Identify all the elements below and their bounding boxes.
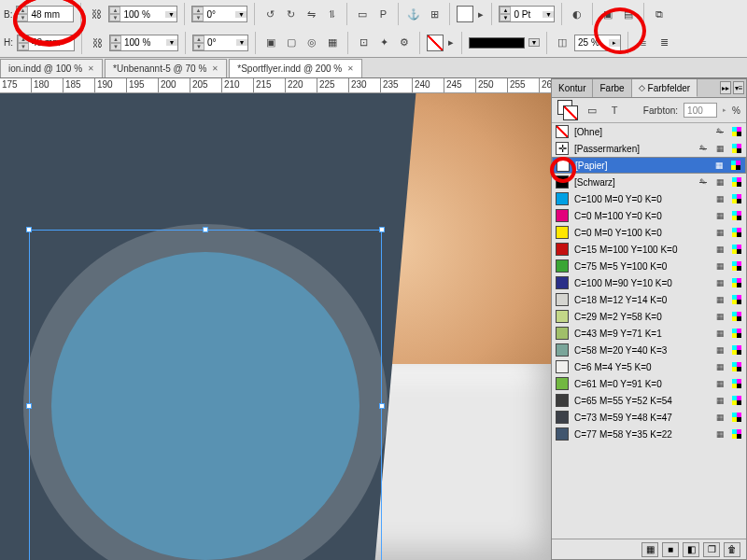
svg-rect-56 [732, 362, 737, 367]
doc-tab[interactable]: ion.indd @ 100 %✕ [0, 59, 103, 77]
swatch-row[interactable]: C=18 M=12 Y=14 K=0▦ [552, 291, 746, 308]
new-swatch-icon[interactable]: ❐ [703, 542, 720, 557]
fill-well[interactable] [457, 6, 473, 22]
height-input[interactable] [29, 35, 74, 50]
swatch-row[interactable]: C=100 M=90 Y=10 K=0▦ [552, 274, 746, 291]
swatch-row[interactable]: [Schwarz]✎▦ [552, 174, 746, 190]
opacity-field[interactable]: ▸ [574, 35, 621, 51]
cmyk-icon [731, 328, 742, 339]
swatch-row[interactable]: [Papier]▦ [552, 157, 746, 174]
options3-icon[interactable]: ⚙ [396, 35, 413, 51]
swatch-row[interactable]: C=75 M=5 Y=100 K=0▦ [552, 258, 746, 274]
delete-swatch-icon[interactable]: 🗑 [724, 542, 740, 557]
swatch-row[interactable]: ✛[Passermarken]✎▦ [552, 140, 746, 157]
center-icon[interactable]: ◎ [303, 35, 320, 51]
swatch-row[interactable]: C=6 M=4 Y=5 K=0▦ [552, 358, 746, 375]
scale-x-field[interactable]: ▲▼ ▼ [108, 6, 177, 22]
svg-rect-69 [737, 413, 741, 417]
swatch-row[interactable]: C=65 M=55 Y=52 K=54▦ [552, 392, 746, 409]
collapse-icon[interactable]: ▸▸ [720, 81, 731, 94]
flip-v-icon[interactable]: ⥮ [323, 6, 340, 22]
width-label: B: [4, 9, 12, 20]
rotate-input[interactable] [204, 7, 235, 21]
selection-box[interactable] [29, 230, 382, 560]
swatch-row[interactable]: C=58 M=20 Y=40 K=3▦ [552, 342, 746, 358]
swatch-row[interactable]: C=73 M=59 Y=48 K=47▦ [552, 409, 746, 426]
options2-icon[interactable]: ✦ [375, 35, 392, 51]
stroke-style-well[interactable] [469, 37, 525, 49]
panel-menu-icon[interactable]: ▾≡ [733, 81, 744, 94]
select-container-icon[interactable]: ▭ [354, 6, 371, 22]
rotate-cw-icon[interactable]: ↻ [282, 6, 299, 22]
tab-farbe[interactable]: Farbe [593, 79, 631, 97]
text-fill-icon[interactable]: T [606, 102, 623, 119]
link-scale-icon[interactable]: ⛓ [89, 35, 106, 51]
swatch-row[interactable]: C=77 M=58 Y=35 K=22▦ [552, 426, 746, 442]
svg-rect-32 [732, 261, 737, 266]
text-on-path-icon[interactable]: P [374, 6, 391, 22]
svg-rect-0 [732, 127, 737, 132]
rotate-field[interactable]: ▲▼ ▼ [191, 6, 247, 22]
svg-rect-66 [732, 400, 737, 405]
fit-content-icon[interactable]: ▣ [262, 35, 279, 51]
fit-frame-icon[interactable]: ▢ [283, 35, 300, 51]
tab-farbfelder[interactable]: ◇Farbfelder [632, 79, 698, 97]
crop-icon[interactable]: ⧉ [651, 6, 668, 22]
svg-rect-58 [732, 367, 737, 371]
close-icon[interactable]: ✕ [347, 64, 354, 73]
swatch-row[interactable]: [Ohne]✎ [552, 123, 746, 140]
wrap2-icon[interactable]: ≣ [655, 35, 672, 51]
rotate-ccw-icon[interactable]: ↺ [261, 6, 278, 22]
swatch-row[interactable]: C=29 M=2 Y=58 K=0▦ [552, 308, 746, 325]
height-field[interactable]: ▲▼ [17, 35, 75, 51]
flip-h-icon[interactable]: ⇋ [303, 6, 319, 22]
link-wh-icon[interactable]: ⛓ [88, 6, 105, 22]
distribute-icon[interactable]: ⊞ [426, 6, 443, 22]
stroke-weight-input[interactable] [511, 7, 543, 21]
gradient-icon[interactable]: ◐ [569, 6, 585, 22]
ruler-tick: 250 [476, 78, 508, 92]
scale-y-field[interactable]: ▲▼ ▼ [109, 35, 178, 51]
swatch-row[interactable]: C=100 M=0 Y=0 K=0▦ [552, 190, 746, 207]
swatch-list[interactable]: [Ohne]✎✛[Passermarken]✎▦[Papier]▦[Schwar… [552, 122, 746, 539]
swatch-name: C=0 M=0 Y=100 K=0 [574, 228, 709, 238]
shear-input[interactable] [204, 35, 236, 50]
effects-icon[interactable]: ▣ [599, 6, 616, 22]
stroke-weight-field[interactable]: ▲▼ ▼ [499, 6, 555, 22]
close-icon[interactable]: ✕ [88, 64, 94, 73]
swatch-row[interactable]: C=43 M=9 Y=71 K=1▦ [552, 325, 746, 342]
doc-tab[interactable]: *Unbenannt-5 @ 70 %✕ [105, 59, 227, 77]
options1-icon[interactable]: ⊡ [355, 35, 372, 51]
effects2-icon[interactable]: ▤ [620, 6, 637, 22]
close-icon[interactable]: ✕ [212, 64, 218, 73]
tint-field[interactable]: 100 [684, 103, 717, 118]
color-mode-icon: ▦ [714, 260, 726, 272]
width-input[interactable] [28, 7, 73, 21]
width-field[interactable]: ▲▼ [16, 6, 74, 22]
tab-kontur[interactable]: Kontur [552, 79, 593, 97]
stroke-dd-icon[interactable]: ▸ [447, 35, 455, 51]
shear-field[interactable]: ▲▼ ▼ [192, 35, 248, 51]
show-all-icon[interactable]: ▦ [641, 542, 658, 557]
swatch-row[interactable]: C=61 M=0 Y=91 K=0▦ [552, 375, 746, 392]
opacity-input[interactable] [575, 35, 609, 50]
ruler-tick: 220 [286, 78, 317, 92]
swatch-row[interactable]: C=0 M=0 Y=100 K=0▦ [552, 224, 746, 241]
svg-rect-20 [732, 211, 737, 216]
container-fill-icon[interactable]: ▭ [584, 102, 600, 119]
scale-y-input[interactable] [121, 35, 166, 50]
scale-x-input[interactable] [120, 7, 165, 21]
fill-dd-icon[interactable]: ▸ [477, 6, 485, 22]
show-gradient-icon[interactable]: ◧ [683, 542, 699, 557]
fit-prop-icon[interactable]: ▦ [324, 35, 341, 51]
wrap1-icon[interactable]: ≡ [635, 35, 652, 51]
svg-rect-12 [732, 177, 737, 182]
svg-rect-22 [732, 216, 737, 220]
color-mode-icon: ▦ [714, 328, 726, 339]
doc-tab-active[interactable]: *Sportflyer.indd @ 200 %✕ [229, 59, 362, 77]
swatch-row[interactable]: C=0 M=100 Y=0 K=0▦ [552, 207, 746, 224]
show-color-icon[interactable]: ■ [662, 542, 679, 557]
stroke-well[interactable] [427, 35, 444, 51]
swatch-row[interactable]: C=15 M=100 Y=100 K=0▦ [552, 241, 746, 258]
anchor-icon[interactable]: ⚓ [405, 6, 422, 22]
